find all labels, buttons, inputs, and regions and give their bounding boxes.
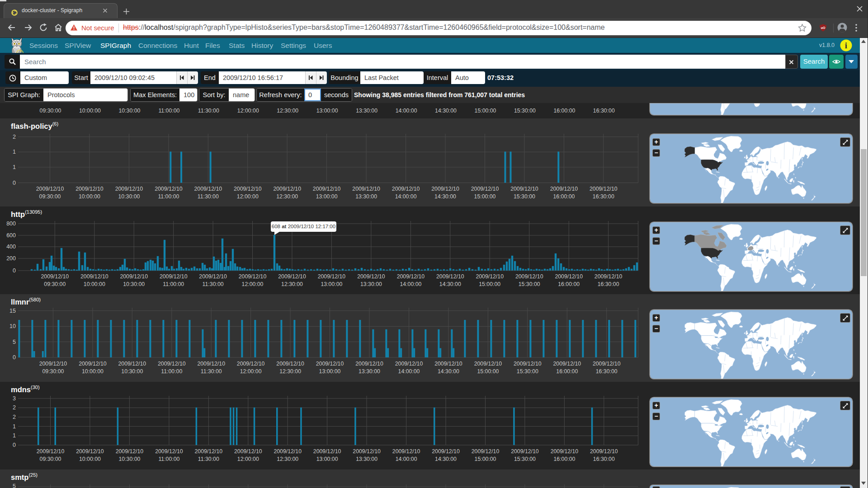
svg-text:14:30:00: 14:30:00 bbox=[438, 368, 459, 375]
svg-text:12:00:00: 12:00:00 bbox=[240, 368, 262, 375]
svg-text:10:00:00: 10:00:00 bbox=[79, 108, 101, 114]
svg-text:11:30:00: 11:30:00 bbox=[201, 368, 222, 375]
svg-text:2009/12/10: 2009/12/10 bbox=[274, 448, 302, 455]
svg-text:2009/12/10: 2009/12/10 bbox=[234, 448, 262, 455]
svg-text:09:30:00: 09:30:00 bbox=[39, 193, 61, 200]
svg-text:2009/12/10: 2009/12/10 bbox=[514, 361, 542, 367]
svg-text:16:00:00: 16:00:00 bbox=[556, 368, 578, 375]
svg-text:2009/12/10: 2009/12/10 bbox=[553, 361, 581, 367]
svg-text:2009/12/10: 2009/12/10 bbox=[41, 273, 69, 280]
svg-text:16:30:00: 16:30:00 bbox=[593, 193, 614, 200]
svg-text:12:00:00: 12:00:00 bbox=[237, 108, 259, 114]
svg-text:2009/12/10: 2009/12/10 bbox=[510, 186, 538, 192]
svg-text:2009/12/10: 2009/12/10 bbox=[594, 273, 623, 280]
svg-text:15:00:00: 15:00:00 bbox=[479, 281, 500, 287]
svg-text:2009/12/10: 2009/12/10 bbox=[590, 448, 618, 455]
svg-text:09:30:00: 09:30:00 bbox=[40, 108, 61, 114]
svg-text:0: 0 bbox=[13, 354, 16, 361]
svg-text:15:30:00: 15:30:00 bbox=[514, 193, 535, 200]
svg-text:2009/12/10: 2009/12/10 bbox=[432, 448, 460, 455]
svg-text:11:30:00: 11:30:00 bbox=[198, 193, 219, 200]
svg-text:15:30:00: 15:30:00 bbox=[514, 456, 536, 462]
svg-text:10:30:00: 10:30:00 bbox=[121, 368, 143, 375]
svg-text:2009/12/10: 2009/12/10 bbox=[155, 448, 183, 455]
svg-text:2009/12/10: 2009/12/10 bbox=[436, 273, 464, 280]
svg-text:2009/12/10: 2009/12/10 bbox=[160, 273, 188, 280]
svg-text:10:00:00: 10:00:00 bbox=[79, 193, 100, 200]
svg-text:1: 1 bbox=[13, 149, 16, 155]
svg-text:10:00:00: 10:00:00 bbox=[84, 281, 105, 287]
svg-text:1: 1 bbox=[13, 164, 16, 170]
svg-text:2009/12/10: 2009/12/10 bbox=[357, 273, 385, 280]
svg-text:13:30:00: 13:30:00 bbox=[355, 193, 377, 200]
svg-text:1: 1 bbox=[13, 432, 16, 439]
svg-text:5: 5 bbox=[13, 483, 16, 488]
svg-text:12:30:00: 12:30:00 bbox=[277, 108, 298, 114]
svg-text:2009/12/10: 2009/12/10 bbox=[75, 186, 104, 192]
svg-text:2009/12/10: 2009/12/10 bbox=[195, 448, 223, 455]
svg-text:12:30:00: 12:30:00 bbox=[277, 456, 298, 462]
svg-text:2009/12/10: 2009/12/10 bbox=[118, 361, 146, 367]
svg-text:11:00:00: 11:00:00 bbox=[161, 368, 182, 375]
svg-text:1: 1 bbox=[13, 423, 16, 430]
svg-text:2009/12/10: 2009/12/10 bbox=[155, 186, 183, 192]
svg-text:2009/12/10: 2009/12/10 bbox=[392, 448, 420, 455]
svg-text:12:30:00: 12:30:00 bbox=[279, 368, 301, 375]
svg-text:2009/12/10: 2009/12/10 bbox=[39, 361, 67, 367]
svg-text:200: 200 bbox=[6, 255, 16, 262]
svg-text:2009/12/10: 2009/12/10 bbox=[234, 186, 262, 192]
svg-text:2009/12/10: 2009/12/10 bbox=[80, 273, 108, 280]
svg-text:11:00:00: 11:00:00 bbox=[158, 193, 179, 200]
svg-text:2009/12/10: 2009/12/10 bbox=[115, 186, 143, 192]
svg-text:16:00:00: 16:00:00 bbox=[553, 456, 575, 462]
svg-text:400: 400 bbox=[6, 244, 16, 250]
svg-text:10:30:00: 10:30:00 bbox=[118, 108, 140, 114]
svg-text:3: 3 bbox=[13, 395, 16, 402]
svg-text:2009/12/10: 2009/12/10 bbox=[476, 273, 504, 280]
svg-text:0: 0 bbox=[13, 267, 16, 274]
svg-text:16:30:00: 16:30:00 bbox=[593, 108, 615, 114]
svg-text:2009/12/10: 2009/12/10 bbox=[352, 186, 380, 192]
svg-text:15:00:00: 15:00:00 bbox=[477, 368, 499, 375]
svg-text:16:30:00: 16:30:00 bbox=[598, 281, 619, 287]
svg-text:13:30:00: 13:30:00 bbox=[356, 108, 377, 114]
svg-text:2009/12/10: 2009/12/10 bbox=[313, 186, 341, 192]
svg-text:2009/12/10: 2009/12/10 bbox=[76, 448, 104, 455]
svg-text:14:30:00: 14:30:00 bbox=[435, 108, 457, 114]
svg-text:11:30:00: 11:30:00 bbox=[198, 108, 219, 114]
svg-text:2009/12/10: 2009/12/10 bbox=[194, 186, 222, 192]
svg-text:10:30:00: 10:30:00 bbox=[123, 281, 145, 287]
svg-text:2009/12/10: 2009/12/10 bbox=[511, 448, 539, 455]
svg-text:2009/12/10: 2009/12/10 bbox=[318, 273, 346, 280]
svg-text:12:00:00: 12:00:00 bbox=[237, 456, 259, 462]
svg-text:15:00:00: 15:00:00 bbox=[474, 193, 496, 200]
svg-text:2009/12/10: 2009/12/10 bbox=[237, 361, 265, 367]
svg-text:600: 600 bbox=[6, 232, 16, 239]
svg-text:11:00:00: 11:00:00 bbox=[163, 281, 184, 287]
svg-text:2009/12/10: 2009/12/10 bbox=[273, 186, 301, 192]
svg-text:2009/12/10: 2009/12/10 bbox=[551, 448, 579, 455]
svg-text:11:00:00: 11:00:00 bbox=[158, 108, 179, 114]
svg-text:15: 15 bbox=[9, 308, 16, 314]
svg-text:13:00:00: 13:00:00 bbox=[316, 456, 338, 462]
svg-text:13:00:00: 13:00:00 bbox=[316, 108, 338, 114]
svg-text:2009/12/10: 2009/12/10 bbox=[550, 186, 578, 192]
svg-text:11:30:00: 11:30:00 bbox=[203, 281, 224, 287]
svg-text:11:00:00: 11:00:00 bbox=[158, 456, 179, 462]
svg-text:13:00:00: 13:00:00 bbox=[316, 193, 338, 200]
svg-text:2009/12/10: 2009/12/10 bbox=[276, 361, 304, 367]
svg-text:10:30:00: 10:30:00 bbox=[118, 193, 140, 200]
svg-text:uO: uO bbox=[821, 26, 826, 29]
svg-text:15:30:00: 15:30:00 bbox=[519, 281, 540, 287]
svg-text:2009/12/10: 2009/12/10 bbox=[199, 273, 227, 280]
svg-text:13:00:00: 13:00:00 bbox=[321, 281, 342, 287]
svg-text:16:30:00: 16:30:00 bbox=[596, 368, 618, 375]
svg-text:09:30:00: 09:30:00 bbox=[40, 456, 61, 462]
svg-text:2009/12/10: 2009/12/10 bbox=[36, 186, 64, 192]
svg-text:2: 2 bbox=[13, 414, 16, 420]
svg-text:12:30:00: 12:30:00 bbox=[276, 193, 298, 200]
svg-text:16:00:00: 16:00:00 bbox=[553, 108, 575, 114]
svg-text:2009/12/10: 2009/12/10 bbox=[158, 361, 186, 367]
svg-text:2009/12/10: 2009/12/10 bbox=[37, 448, 65, 455]
svg-text:13:30:00: 13:30:00 bbox=[359, 368, 380, 375]
